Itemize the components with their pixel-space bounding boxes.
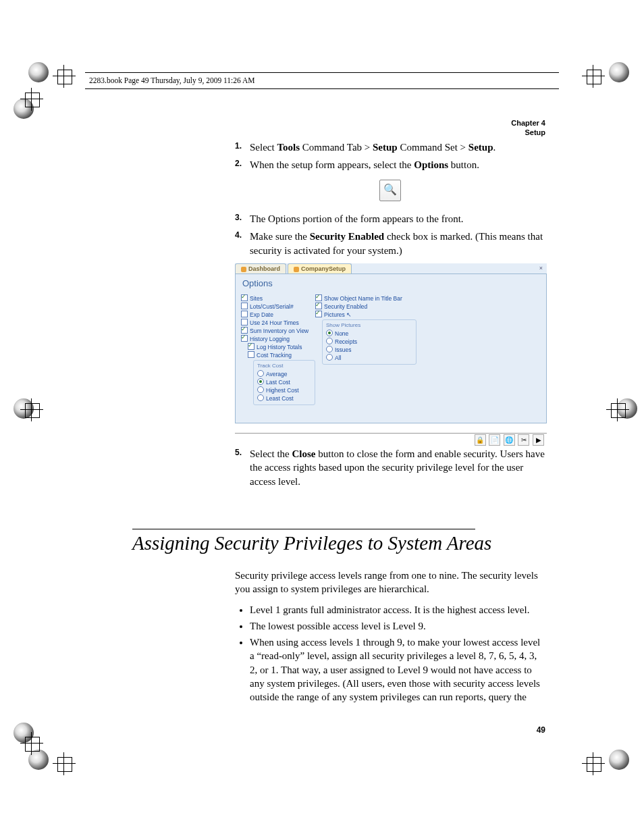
crop-mark-icon	[20, 398, 43, 421]
options-button-icon	[379, 180, 401, 204]
tab-dashboard[interactable]: Dashboard	[235, 263, 286, 273]
tab-strip: Dashboard CompanySetup ×	[235, 263, 547, 274]
checkbox-pictures[interactable]	[315, 311, 322, 317]
bullet-1: Level 1 grants full administrator access…	[250, 603, 545, 617]
toolbar-icons: 🔒 📄 🌐 ✂ ▶	[474, 434, 545, 446]
checkbox-suminv[interactable]	[241, 327, 248, 334]
trackcost-panel: Track Cost Average Last Cost Highest Cos…	[253, 360, 315, 405]
step-1: 1. Select Tools Command Tab > Setup Comm…	[235, 140, 545, 154]
section-title: Assigning Security Privileges to System …	[132, 532, 491, 554]
chapter-heading: Chapter 4 Setup	[511, 119, 545, 138]
checkbox-lots[interactable]	[241, 303, 248, 309]
crop-mark-icon	[20, 732, 43, 755]
radio-all[interactable]	[326, 354, 333, 361]
step-5: 5. Select the Close button to close the …	[235, 447, 545, 488]
section-rule	[132, 529, 475, 529]
toolbar-icon-4[interactable]: ✂	[518, 434, 529, 446]
chapter-title: Setup	[511, 128, 545, 138]
section-intro: Security privilege access levels range f…	[235, 569, 545, 596]
checkbox-security-enabled[interactable]	[315, 303, 322, 309]
toolbar-icon-2[interactable]: 📄	[489, 434, 500, 446]
options-window-figure: Dashboard CompanySetup × Options Sites L…	[235, 263, 547, 434]
radio-highest[interactable]	[257, 386, 264, 393]
checkbox-use24[interactable]	[241, 319, 248, 325]
page-number: 49	[537, 725, 545, 735]
crop-mark-icon	[53, 65, 76, 88]
crop-orb-icon	[609, 750, 629, 770]
crop-mark-icon	[53, 752, 76, 775]
radio-none[interactable]	[326, 330, 333, 336]
radio-average[interactable]	[257, 370, 264, 377]
checkbox-sites[interactable]	[241, 294, 248, 301]
crop-mark-icon	[20, 88, 43, 111]
bullet-2: The lowest possible access level is Leve…	[250, 619, 545, 633]
checkbox-expdate[interactable]	[241, 311, 248, 317]
checkbox-costtrack[interactable]	[248, 351, 254, 358]
checkbox-loghisttotals[interactable]	[248, 343, 254, 350]
toolbar-icon-5[interactable]: ▶	[533, 434, 544, 446]
tab-companysetup[interactable]: CompanySetup	[288, 263, 352, 273]
radio-issues[interactable]	[326, 346, 333, 353]
radio-receipts[interactable]	[326, 338, 333, 344]
toolbar-icon-3[interactable]: 🌐	[504, 434, 515, 446]
toolbar-icon-1[interactable]: 🔒	[475, 434, 486, 446]
step-4: 4. Make sure the Security Enabled check …	[235, 230, 545, 257]
cursor-icon: ↖	[346, 311, 352, 318]
checkbox-showobj[interactable]	[315, 294, 322, 301]
chapter-number: Chapter 4	[511, 119, 545, 128]
crop-orb-icon	[609, 62, 629, 82]
showpictures-panel: Show Pictures None Receipts Issues All	[322, 319, 417, 365]
options-title: Options	[236, 274, 546, 291]
radio-lastcost[interactable]	[257, 378, 264, 385]
header-rule	[85, 72, 559, 73]
header-rule	[85, 88, 559, 89]
checkbox-historylog[interactable]	[241, 335, 248, 342]
page: 2283.book Page 49 Thursday, July 9, 2009…	[0, 0, 644, 834]
radio-least[interactable]	[257, 394, 264, 401]
close-icon[interactable]: ×	[535, 263, 547, 273]
crop-orb-icon	[28, 62, 49, 82]
step-3: 3. The Options portion of the form appea…	[235, 212, 545, 226]
crop-mark-icon	[606, 398, 629, 421]
crop-mark-icon	[582, 65, 605, 88]
crop-mark-icon	[582, 752, 605, 775]
header-text: 2283.book Page 49 Thursday, July 9, 2009…	[89, 76, 255, 84]
step-2: 2. When the setup form appears, select t…	[235, 158, 545, 172]
bullet-3: When using access levels 1 through 9, to…	[250, 635, 545, 704]
